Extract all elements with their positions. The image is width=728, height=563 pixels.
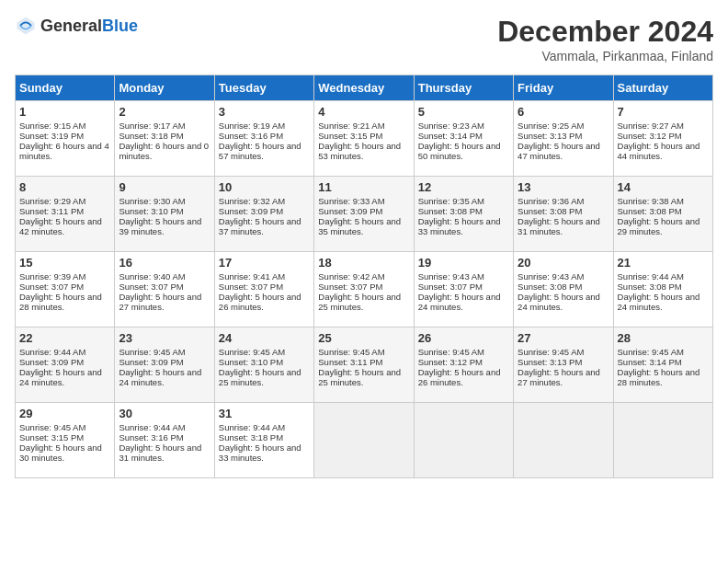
sunset-text: Sunset: 3:15 PM <box>19 432 84 442</box>
sunset-text: Sunset: 3:18 PM <box>119 131 183 141</box>
week-row-3: 15Sunrise: 9:39 AMSunset: 3:07 PMDayligh… <box>16 252 713 327</box>
sunset-text: Sunset: 3:13 PM <box>518 357 582 367</box>
calendar-cell: 10Sunrise: 9:32 AMSunset: 3:09 PMDayligh… <box>214 177 313 252</box>
sunrise-text: Sunrise: 9:15 AM <box>19 121 85 131</box>
sunset-text: Sunset: 3:19 PM <box>19 131 84 141</box>
daylight-text: Daylight: 5 hours and 37 minutes. <box>219 216 301 236</box>
day-number: 24 <box>219 331 310 345</box>
sunset-text: Sunset: 3:08 PM <box>518 206 582 216</box>
sunset-text: Sunset: 3:08 PM <box>418 206 483 216</box>
daylight-text: Daylight: 5 hours and 24 minutes. <box>19 367 102 387</box>
sunrise-text: Sunrise: 9:45 AM <box>318 347 384 357</box>
sunset-text: Sunset: 3:12 PM <box>618 131 682 141</box>
location-subtitle: Vammala, Pirkanmaa, Finland <box>497 49 713 63</box>
sunrise-text: Sunrise: 9:21 AM <box>318 121 384 131</box>
daylight-text: Daylight: 5 hours and 33 minutes. <box>418 216 501 236</box>
sunrise-text: Sunrise: 9:35 AM <box>418 196 484 206</box>
sunrise-text: Sunrise: 9:38 AM <box>618 196 684 206</box>
sunset-text: Sunset: 3:10 PM <box>119 206 183 216</box>
daylight-text: Daylight: 5 hours and 25 minutes. <box>318 367 401 387</box>
sunrise-text: Sunrise: 9:32 AM <box>219 196 285 206</box>
sunrise-text: Sunrise: 9:45 AM <box>418 347 484 357</box>
day-number: 27 <box>518 331 609 345</box>
daylight-text: Daylight: 6 hours and 4 minutes. <box>19 141 109 161</box>
day-number: 14 <box>618 180 709 194</box>
sunset-text: Sunset: 3:15 PM <box>318 131 382 141</box>
sunset-text: Sunset: 3:16 PM <box>119 432 183 442</box>
header-row: SundayMondayTuesdayWednesdayThursdayFrid… <box>16 75 713 101</box>
sunrise-text: Sunrise: 9:44 AM <box>119 422 185 432</box>
sunset-text: Sunset: 3:07 PM <box>219 282 283 292</box>
sunset-text: Sunset: 3:08 PM <box>618 206 682 216</box>
week-row-2: 8Sunrise: 9:29 AMSunset: 3:11 PMDaylight… <box>16 177 713 252</box>
sunrise-text: Sunrise: 9:45 AM <box>119 347 185 357</box>
daylight-text: Daylight: 5 hours and 44 minutes. <box>618 141 700 161</box>
daylight-text: Daylight: 5 hours and 29 minutes. <box>618 216 700 236</box>
day-number: 19 <box>418 256 509 270</box>
daylight-text: Daylight: 5 hours and 31 minutes. <box>119 442 201 463</box>
sunrise-text: Sunrise: 9:43 AM <box>518 271 584 282</box>
daylight-text: Daylight: 5 hours and 24 minutes. <box>618 292 700 312</box>
calendar-cell: 3Sunrise: 9:19 AMSunset: 3:16 PMDaylight… <box>214 101 313 177</box>
day-number: 11 <box>318 180 409 194</box>
calendar-cell <box>514 403 613 478</box>
daylight-text: Daylight: 5 hours and 35 minutes. <box>318 216 401 236</box>
sunset-text: Sunset: 3:07 PM <box>418 282 483 292</box>
day-number: 23 <box>119 331 210 345</box>
sunrise-text: Sunrise: 9:41 AM <box>219 271 285 282</box>
logo-icon <box>15 15 37 37</box>
daylight-text: Daylight: 5 hours and 28 minutes. <box>19 292 102 312</box>
logo-text: GeneralBlue <box>40 17 138 36</box>
sunrise-text: Sunrise: 9:36 AM <box>518 196 584 206</box>
week-row-1: 1Sunrise: 9:15 AMSunset: 3:19 PMDaylight… <box>16 101 713 177</box>
daylight-text: Daylight: 5 hours and 25 minutes. <box>318 292 401 312</box>
calendar-cell <box>613 403 712 478</box>
calendar-header: GeneralBlue December 2024 Vammala, Pirka… <box>15 15 713 63</box>
month-title: December 2024 <box>497 15 713 49</box>
sunset-text: Sunset: 3:16 PM <box>219 131 283 141</box>
calendar-cell: 12Sunrise: 9:35 AMSunset: 3:08 PMDayligh… <box>414 177 513 252</box>
sunrise-text: Sunrise: 9:30 AM <box>119 196 185 206</box>
day-number: 26 <box>418 331 509 345</box>
daylight-text: Daylight: 5 hours and 42 minutes. <box>19 216 102 236</box>
day-number: 9 <box>119 180 210 194</box>
daylight-text: Daylight: 5 hours and 24 minutes. <box>418 292 501 312</box>
calendar-cell: 29Sunrise: 9:45 AMSunset: 3:15 PMDayligh… <box>16 403 115 478</box>
calendar-cell: 2Sunrise: 9:17 AMSunset: 3:18 PMDaylight… <box>115 101 214 177</box>
calendar-cell: 28Sunrise: 9:45 AMSunset: 3:14 PMDayligh… <box>613 327 712 403</box>
sunrise-text: Sunrise: 9:19 AM <box>219 121 285 131</box>
col-header-sunday: Sunday <box>16 75 115 101</box>
day-number: 21 <box>618 256 709 270</box>
sunset-text: Sunset: 3:10 PM <box>219 357 283 367</box>
calendar-cell: 14Sunrise: 9:38 AMSunset: 3:08 PMDayligh… <box>613 177 712 252</box>
daylight-text: Daylight: 6 hours and 0 minutes. <box>119 141 209 161</box>
daylight-text: Daylight: 5 hours and 57 minutes. <box>219 141 301 161</box>
sunrise-text: Sunrise: 9:29 AM <box>19 196 85 206</box>
day-number: 28 <box>618 331 709 345</box>
calendar-cell: 5Sunrise: 9:23 AMSunset: 3:14 PMDaylight… <box>414 101 513 177</box>
daylight-text: Daylight: 5 hours and 39 minutes. <box>119 216 201 236</box>
calendar-cell: 11Sunrise: 9:33 AMSunset: 3:09 PMDayligh… <box>314 177 414 252</box>
sunset-text: Sunset: 3:18 PM <box>219 432 283 442</box>
daylight-text: Daylight: 5 hours and 33 minutes. <box>219 442 301 463</box>
calendar-cell: 15Sunrise: 9:39 AMSunset: 3:07 PMDayligh… <box>16 252 115 327</box>
daylight-text: Daylight: 5 hours and 27 minutes. <box>518 367 600 387</box>
calendar-cell: 17Sunrise: 9:41 AMSunset: 3:07 PMDayligh… <box>214 252 313 327</box>
daylight-text: Daylight: 5 hours and 24 minutes. <box>518 292 600 312</box>
day-number: 17 <box>219 256 310 270</box>
col-header-wednesday: Wednesday <box>314 75 414 101</box>
day-number: 30 <box>119 407 210 420</box>
calendar-cell <box>314 403 414 478</box>
calendar-cell: 18Sunrise: 9:42 AMSunset: 3:07 PMDayligh… <box>314 252 414 327</box>
calendar-cell <box>414 403 513 478</box>
calendar-cell: 13Sunrise: 9:36 AMSunset: 3:08 PMDayligh… <box>514 177 613 252</box>
sunset-text: Sunset: 3:07 PM <box>19 282 84 292</box>
calendar-cell: 31Sunrise: 9:44 AMSunset: 3:18 PMDayligh… <box>214 403 313 478</box>
day-number: 29 <box>19 407 110 420</box>
svg-marker-0 <box>17 17 34 34</box>
day-number: 20 <box>518 256 609 270</box>
sunrise-text: Sunrise: 9:39 AM <box>19 271 85 282</box>
daylight-text: Daylight: 5 hours and 53 minutes. <box>318 141 401 161</box>
day-number: 6 <box>518 105 609 119</box>
daylight-text: Daylight: 5 hours and 30 minutes. <box>19 442 102 463</box>
